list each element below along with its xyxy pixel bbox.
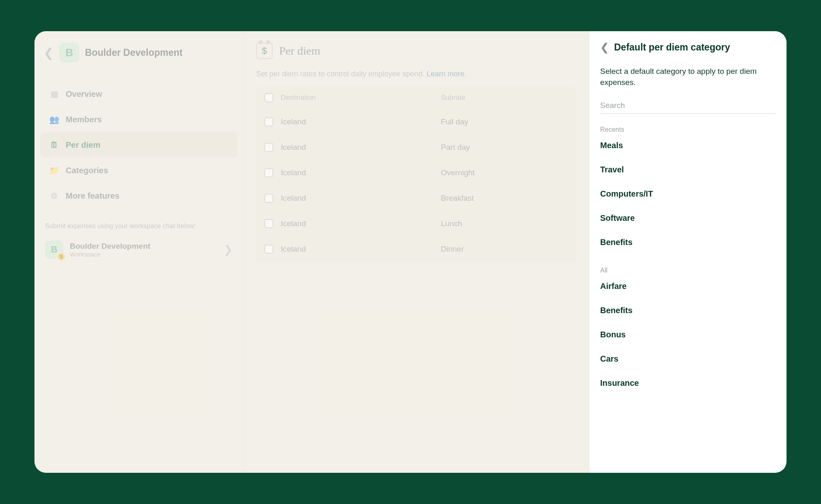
category-item[interactable]: Bonus [600, 323, 776, 347]
workspace-name: Boulder Development [85, 47, 183, 58]
category-item[interactable]: Cars [600, 347, 776, 371]
row-checkbox[interactable] [264, 117, 273, 126]
page-description: Set per diem rates to control daily empl… [256, 70, 577, 78]
workspace-chat-row[interactable]: B $ Boulder Development Workspace ❯ [40, 238, 238, 261]
workspace-avatar: B [60, 43, 79, 62]
chevron-right-icon: ❯ [224, 243, 233, 256]
workspace-chat-title: Boulder Development [70, 242, 150, 251]
category-item[interactable]: Travel [600, 158, 776, 182]
workspace-chat-left: B $ Boulder Development Workspace [45, 241, 150, 259]
sidebar-item-overview[interactable]: ▦ Overview [40, 81, 238, 107]
sidebar-item-categories[interactable]: 📁 Categories [40, 158, 238, 183]
cell-destination: Iceland [281, 117, 441, 126]
sidebar-item-label: Per diem [66, 140, 100, 150]
per-diem-icon: 🗓 [49, 140, 59, 150]
sidebar: ❮ B Boulder Development ▦ Overview 👥 Mem… [34, 31, 244, 473]
row-checkbox[interactable] [264, 168, 273, 177]
sidebar-item-label: Overview [66, 89, 102, 99]
cell-destination: Iceland [281, 219, 441, 228]
sidebar-item-more-features[interactable]: ⚙ More features [40, 183, 238, 208]
table-row[interactable]: IcelandLunch [256, 211, 577, 236]
right-panel: ❮ Default per diem category Select a def… [589, 31, 787, 473]
cell-destination: Iceland [281, 168, 441, 177]
right-panel-title: Default per diem category [614, 42, 730, 53]
cell-subrate: Lunch [441, 219, 569, 228]
cell-destination: Iceland [281, 143, 441, 152]
page-description-text: Set per diem rates to control daily empl… [256, 70, 427, 78]
members-icon: 👥 [49, 115, 59, 124]
column-header-subrate: Subrate [441, 94, 569, 102]
row-checkbox[interactable] [264, 143, 273, 152]
category-item[interactable]: Benefits [600, 230, 776, 254]
row-checkbox[interactable] [264, 194, 273, 203]
category-item[interactable]: Airfare [600, 274, 776, 298]
sidebar-item-label: More features [66, 191, 119, 201]
main-header: $ Per diem [256, 43, 577, 59]
row-checkbox[interactable] [264, 219, 273, 228]
right-panel-description: Select a default category to apply to pe… [600, 66, 776, 88]
all-list: AirfareBenefitsBonusCarsInsurance [600, 274, 776, 395]
cell-subrate: Dinner [441, 245, 569, 254]
gear-icon: ⚙ [49, 191, 59, 201]
category-item[interactable]: Software [600, 206, 776, 230]
sidebar-item-label: Members [66, 115, 102, 124]
table-row[interactable]: IcelandFull day [256, 109, 577, 134]
sidebar-hint: Submit expenses using your workspace cha… [40, 222, 238, 230]
table-row[interactable]: IcelandOvernight [256, 160, 577, 185]
category-item[interactable]: Benefits [600, 298, 776, 323]
recents-label: Recents [600, 126, 776, 133]
row-checkbox[interactable] [264, 245, 273, 254]
table-row[interactable]: IcelandDinner [256, 236, 577, 261]
column-header-destination: Destination [281, 94, 441, 102]
folder-icon: 📁 [49, 165, 59, 175]
main-content: $ Per diem Set per diem rates to control… [244, 31, 589, 473]
table-row[interactable]: IcelandBreakfast [256, 185, 577, 211]
category-item[interactable]: Insurance [600, 371, 776, 395]
back-icon[interactable]: ❮ [600, 41, 609, 54]
coin-badge-icon: $ [57, 252, 66, 261]
overview-icon: ▦ [49, 89, 59, 99]
table-header-row: Destination Subrate [256, 87, 577, 109]
sidebar-item-label: Categories [66, 166, 108, 175]
cell-destination: Iceland [281, 245, 441, 254]
cell-destination: Iceland [281, 194, 441, 203]
page-title: Per diem [279, 44, 320, 57]
sidebar-item-members[interactable]: 👥 Members [40, 107, 238, 132]
recents-list: MealsTravelComputers/ITSoftwareBenefits [600, 133, 776, 254]
learn-more-link[interactable]: Learn more. [427, 70, 466, 78]
back-icon[interactable]: ❮ [44, 46, 54, 60]
search-input[interactable] [600, 98, 776, 114]
cell-subrate: Breakfast [441, 194, 569, 203]
cell-subrate: Overnight [441, 168, 569, 177]
per-diem-table: Destination Subrate IcelandFull dayIcela… [256, 87, 577, 261]
cell-subrate: Full day [441, 117, 569, 126]
workspace-header: ❮ B Boulder Development [40, 41, 238, 70]
table-row[interactable]: IcelandPart day [256, 134, 577, 160]
calendar-icon: $ [256, 43, 273, 59]
workspace-chat-avatar-letter: B [51, 244, 57, 255]
workspace-chat-avatar: B $ [45, 241, 63, 259]
sidebar-nav: ▦ Overview 👥 Members 🗓 Per diem 📁 Catego… [40, 81, 238, 208]
cell-subrate: Part day [441, 143, 569, 152]
category-item[interactable]: Computers/IT [600, 182, 776, 206]
right-panel-header: ❮ Default per diem category [600, 41, 776, 54]
app-window: ❮ B Boulder Development ▦ Overview 👥 Mem… [34, 31, 787, 473]
select-all-checkbox[interactable] [264, 93, 273, 102]
category-item[interactable]: Meals [600, 133, 776, 158]
sidebar-item-per-diem[interactable]: 🗓 Per diem [40, 132, 238, 158]
all-label: All [600, 267, 776, 274]
workspace-chat-subtitle: Workspace [70, 251, 150, 258]
